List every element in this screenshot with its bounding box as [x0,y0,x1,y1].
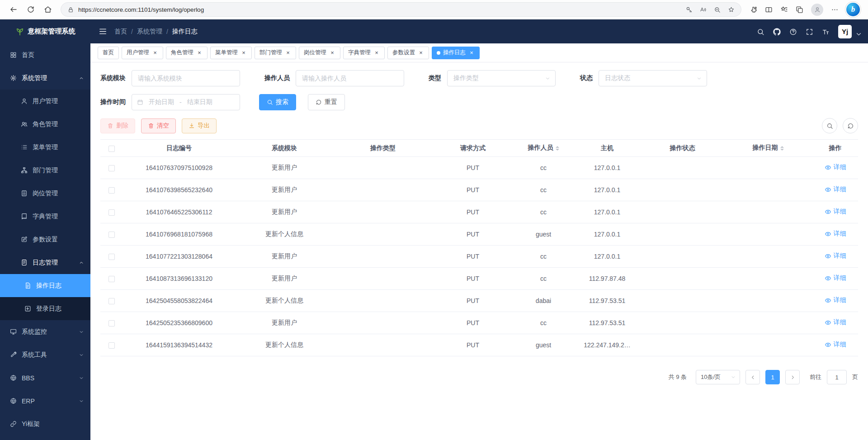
github-link[interactable] [773,27,781,35]
browser-menu-button[interactable] [831,5,839,14]
toggle-search-button[interactable] [822,118,837,133]
sidebar-item-post-management[interactable]: 岗位管理 [0,182,90,205]
detail-link[interactable]: 详细 [825,318,846,326]
favorites-bar-button[interactable] [780,5,788,14]
sort-carets-icon[interactable] [556,144,559,152]
font-size-button[interactable] [822,27,830,35]
row-checkbox[interactable] [108,165,115,171]
detail-link[interactable]: 详细 [825,274,846,282]
address-bar[interactable]: https://ccnetcore.com:1101/system/log/op… [61,2,741,17]
row-checkbox[interactable] [108,276,115,282]
operator-filter-input[interactable] [296,70,404,86]
sidebar-toggle[interactable] [99,27,107,36]
breadcrumb-home[interactable]: 首页 [114,28,127,36]
tab-param-settings[interactable]: 参数设置× [387,47,429,59]
tab-oper-log[interactable]: 操作日志× [432,47,480,59]
read-aloud-button[interactable] [700,5,707,14]
detail-link[interactable]: 详细 [825,185,846,194]
tab-post-management[interactable]: 岗位管理× [299,47,340,59]
column-header-operator[interactable]: 操作人员 [514,140,573,157]
tab-dept-management[interactable]: 部门管理× [255,47,296,59]
type-filter-select[interactable]: 操作类型 [447,70,556,86]
sidebar-item-erp[interactable]: ERP [0,389,90,412]
row-checkbox[interactable] [108,298,115,304]
sidebar-item-log-management[interactable]: 日志管理 [0,251,90,274]
sidebar-item-dept-management[interactable]: 部门管理 [0,159,90,182]
row-checkbox[interactable] [108,209,115,216]
page-size-select[interactable]: 10条/页 [696,370,740,384]
sort-carets-icon[interactable] [780,144,784,152]
reset-button[interactable]: 重置 [308,94,345,110]
tab-menu-management[interactable]: 菜单管理× [210,47,252,59]
detail-link[interactable]: 详细 [825,296,846,304]
sidebar-item-yi-framework[interactable]: Yi框架 [0,412,90,435]
sidebar-item-dict-management[interactable]: 字典管理 [0,205,90,228]
detail-link[interactable]: 详细 [825,252,846,260]
bing-discover-icon[interactable]: b [846,3,860,16]
tab-close-icon[interactable]: × [373,50,380,56]
header-search-button[interactable] [757,27,764,35]
goto-page-input[interactable] [827,370,847,384]
tab-home[interactable]: 首页 [98,47,119,59]
browser-refresh-button[interactable] [23,2,39,17]
tab-dict-management[interactable]: 字典管理× [343,47,385,59]
browser-back-button[interactable] [5,2,22,17]
status-filter-select[interactable]: 日志状态 [599,70,707,86]
search-button[interactable]: 搜索 [259,94,296,110]
user-dropdown-caret-icon[interactable] [855,30,860,35]
tab-close-icon[interactable]: × [418,50,424,56]
extensions-button[interactable] [750,5,757,14]
sidebar-item-param-settings[interactable]: 参数设置 [0,228,90,251]
date-range-picker[interactable]: 开始日期 - 结束日期 [132,94,240,110]
url-text[interactable]: https://ccnetcore.com:1101/system/log/op… [78,6,682,13]
row-checkbox[interactable] [108,232,115,238]
clear-button[interactable]: 清空 [141,118,176,133]
sidebar-item-oper-log[interactable]: 操作日志 [0,274,90,297]
tab-close-icon[interactable]: × [196,50,203,56]
page-1-button[interactable]: 1 [765,370,780,384]
app-logo[interactable]: 意框架管理系统 [0,19,90,43]
export-button[interactable]: 导出 [182,118,217,133]
tab-close-icon[interactable]: × [329,50,335,56]
tab-close-icon[interactable]: × [468,50,475,56]
refresh-table-button[interactable] [843,118,858,133]
breadcrumb-system[interactable]: 系统管理 [137,28,162,36]
fullscreen-button[interactable] [806,27,813,35]
sidebar-item-system-monitor[interactable]: 系统监控 [0,320,90,343]
delete-button[interactable]: 删除 [100,118,135,133]
user-avatar[interactable]: Yj [838,25,852,38]
tab-user-management[interactable]: 用户管理× [122,47,163,59]
tab-close-icon[interactable]: × [152,50,158,56]
split-screen-button[interactable] [765,5,773,14]
column-header-date[interactable]: 操作日期 [724,140,812,157]
help-button[interactable] [789,27,797,35]
detail-link[interactable]: 详细 [825,208,846,216]
prev-page-button[interactable] [745,370,760,384]
sidebar-item-home[interactable]: 首页 [0,43,90,66]
tab-close-icon[interactable]: × [241,50,247,56]
row-checkbox[interactable] [108,320,115,326]
sidebar-item-menu-management[interactable]: 菜单管理 [0,136,90,159]
collections-button[interactable] [796,5,803,14]
add-favorite-button[interactable] [728,5,735,14]
module-filter-input[interactable] [132,70,240,86]
zoom-out-button[interactable] [714,5,721,14]
row-checkbox[interactable] [108,187,115,194]
tab-close-icon[interactable]: × [285,50,291,56]
detail-link[interactable]: 详细 [825,341,846,349]
sidebar-item-login-log[interactable]: 登录日志 [0,297,90,320]
row-checkbox[interactable] [108,342,115,349]
sidebar-item-user-management[interactable]: 用户管理 [0,90,90,113]
sidebar-item-role-management[interactable]: 角色管理 [0,113,90,136]
browser-profile-avatar[interactable] [811,4,823,16]
tab-role-management[interactable]: 角色管理× [166,47,208,59]
select-all-checkbox[interactable] [108,146,115,152]
sidebar-item-system-management[interactable]: 系统管理 [0,66,90,90]
password-key-button[interactable] [686,5,693,14]
detail-link[interactable]: 详细 [825,230,846,238]
next-page-button[interactable] [785,370,800,384]
detail-link[interactable]: 详细 [825,163,846,171]
sidebar-item-system-tools[interactable]: 系统工具 [0,343,90,366]
row-checkbox[interactable] [108,254,115,260]
sidebar-item-bbs[interactable]: BBS [0,366,90,389]
